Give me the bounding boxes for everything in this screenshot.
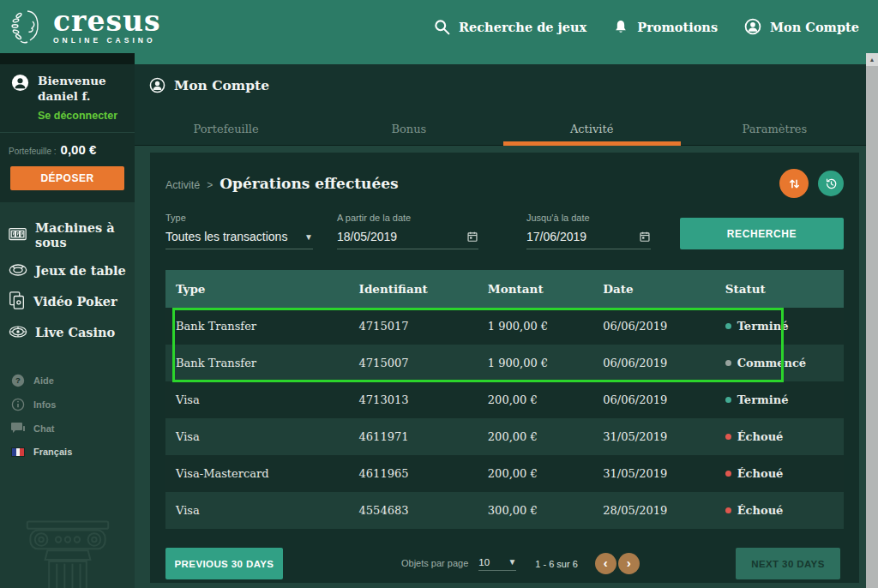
chevron-right-icon: › (627, 555, 631, 570)
promotions-link[interactable]: Promotions (612, 18, 718, 36)
cell-montant: 200,00 € (478, 467, 592, 480)
to-date-input[interactable]: 17/06/2019 (526, 230, 651, 249)
column-montant: Montant (478, 282, 592, 296)
cell-type: Visa-Mastercard (165, 467, 349, 480)
transactions-table: Type Identifiant Montant Date Statut Ban… (165, 270, 844, 529)
header-nav: Recherche de jeux Promotions (433, 17, 859, 36)
status-badge: Commencé (737, 357, 806, 369)
transactions-sort-button[interactable] (779, 169, 809, 198)
sidebar-item-slots[interactable]: Machines à sous (0, 214, 135, 255)
logout-link[interactable]: Se déconnecter (38, 110, 117, 122)
account-link[interactable]: Mon Compte (743, 17, 859, 36)
calendar-icon[interactable] (466, 231, 478, 243)
scroll-up-button[interactable]: ▲ (866, 53, 878, 66)
type-filter-label: Type (165, 213, 313, 223)
next-30-days-button[interactable]: NEXT 30 DAYS (736, 548, 840, 579)
promotions-label: Promotions (637, 20, 718, 34)
type-filter-select[interactable]: Toutes les transactions ▼ (165, 230, 313, 249)
tab-activite[interactable]: Activité (501, 113, 683, 145)
account-title-row: Mon Compte (135, 64, 866, 94)
history-clock-icon (824, 177, 839, 191)
table-row[interactable]: Visa 4554683 300,00 € 28/05/2019 Échoué (165, 492, 844, 529)
cell-type: Visa (165, 430, 349, 443)
sidebar-item-infos-label: Infos (33, 399, 56, 410)
cell-statut: Échoué (715, 430, 844, 443)
search-games-link[interactable]: Recherche de jeux (433, 18, 586, 36)
cell-date: 31/05/2019 (592, 430, 714, 443)
cell-montant: 300,00 € (478, 504, 592, 517)
table-row[interactable]: Visa 4611971 200,00 € 31/05/2019 Échoué (165, 418, 844, 455)
scroll-up-arrow-icon: ▲ (869, 57, 875, 63)
deposit-button[interactable]: DÉPOSER (10, 166, 124, 190)
table-games-icon (8, 261, 28, 279)
table-row[interactable]: Visa 4713013 200,00 € 06/06/2019 Terminé (165, 381, 844, 418)
sidebar-item-video-poker[interactable]: Vidéo Poker (0, 285, 135, 317)
from-date-label: A partir de la date (337, 213, 478, 223)
tab-bonus[interactable]: Bonus (317, 113, 500, 145)
chevron-down-icon: ▼ (508, 557, 516, 567)
chevron-left-icon: ‹ (604, 555, 608, 570)
sidebar-item-chat-label: Chat (33, 423, 54, 434)
cell-date: 06/06/2019 (592, 393, 714, 406)
status-dot (725, 471, 731, 477)
from-date-input[interactable]: 18/05/2019 (337, 230, 478, 249)
sidebar-item-live-casino-label: Live Casino (35, 325, 115, 339)
transaction-filters: Type Toutes les transactions ▼ A partir … (165, 213, 844, 249)
sidebar-item-table-games[interactable]: Jeux de table (0, 255, 135, 285)
status-dot (725, 360, 731, 366)
cell-date: 31/05/2019 (592, 467, 714, 480)
cresus-logo[interactable]: cresus ONLINE CASINO (10, 7, 161, 46)
next-page-button[interactable]: › (618, 553, 640, 574)
history-button[interactable] (818, 171, 844, 196)
status-badge: Échoué (737, 504, 784, 517)
calendar-icon[interactable] (639, 231, 651, 243)
cell-type: Visa (165, 504, 349, 517)
cell-identifiant: 4611965 (349, 467, 478, 480)
cell-montant: 1 900,00 € (478, 357, 592, 369)
search-button[interactable]: RECHERCHE (680, 218, 844, 249)
status-dot (725, 397, 731, 403)
per-page-value: 10 (478, 557, 490, 567)
chevron-down-icon: ▼ (304, 232, 313, 242)
video-poker-icon (8, 291, 27, 311)
sidebar: Bienvenue daniel f. Se déconnecter Porte… (0, 53, 135, 588)
per-page-label: Objets par page (401, 558, 468, 571)
tab-parametres[interactable]: Paramètres (683, 113, 866, 145)
table-row[interactable]: Visa-Mastercard 4611965 200,00 € 31/05/2… (165, 455, 844, 492)
sidebar-item-video-poker-label: Vidéo Poker (33, 294, 117, 309)
sidebar-item-help[interactable]: ? Aide (0, 369, 135, 393)
cell-montant: 1 900,00 € (478, 320, 592, 333)
column-graphic (20, 509, 116, 588)
pagination-range: 1 - 6 sur 6 (535, 559, 578, 569)
bell-icon (612, 18, 629, 36)
column-type: Type (165, 282, 349, 296)
main-content: Mon Compte Portefeuille Bonus Activité P… (135, 64, 866, 588)
cell-identifiant: 4715017 (349, 320, 478, 333)
cell-type: Bank Transfer (165, 320, 349, 333)
language-selector[interactable]: Français (0, 440, 135, 462)
cell-identifiant: 4715007 (349, 357, 478, 369)
wallet-label: Portefeuille : (9, 147, 57, 156)
per-page-select[interactable]: 10 ▼ (478, 557, 516, 571)
breadcrumb-parent[interactable]: Activité (165, 179, 200, 191)
pagination-bar: PREVIOUS 30 DAYS Objets par page 10 ▼ 1 … (165, 548, 844, 579)
page-title: Mon Compte (174, 77, 269, 93)
previous-30-days-button[interactable]: PREVIOUS 30 DAYS (165, 548, 283, 579)
page-scrollbar[interactable]: ▲ (866, 53, 878, 588)
search-icon (433, 18, 451, 36)
sidebar-item-infos[interactable]: Infos (0, 393, 135, 417)
logo-subtitle: ONLINE CASINO (53, 36, 161, 45)
laurel-head-icon (10, 7, 46, 46)
tab-portefeuille[interactable]: Portefeuille (135, 113, 317, 145)
status-badge: Échoué (737, 430, 784, 443)
sidebar-item-live-casino[interactable]: Live Casino (0, 317, 135, 346)
table-row[interactable]: Bank Transfer 4715017 1 900,00 € 06/06/2… (165, 308, 844, 345)
logo-title: cresus (53, 9, 161, 34)
column-statut: Statut (715, 282, 844, 296)
sidebar-item-chat[interactable]: Chat (0, 417, 135, 440)
table-row[interactable]: Bank Transfer 4715007 1 900,00 € 06/06/2… (165, 345, 844, 381)
cell-statut: Échoué (715, 467, 844, 480)
cell-date: 06/06/2019 (592, 320, 714, 333)
sidebar-item-help-label: Aide (33, 375, 54, 386)
previous-page-button[interactable]: ‹ (595, 553, 616, 574)
